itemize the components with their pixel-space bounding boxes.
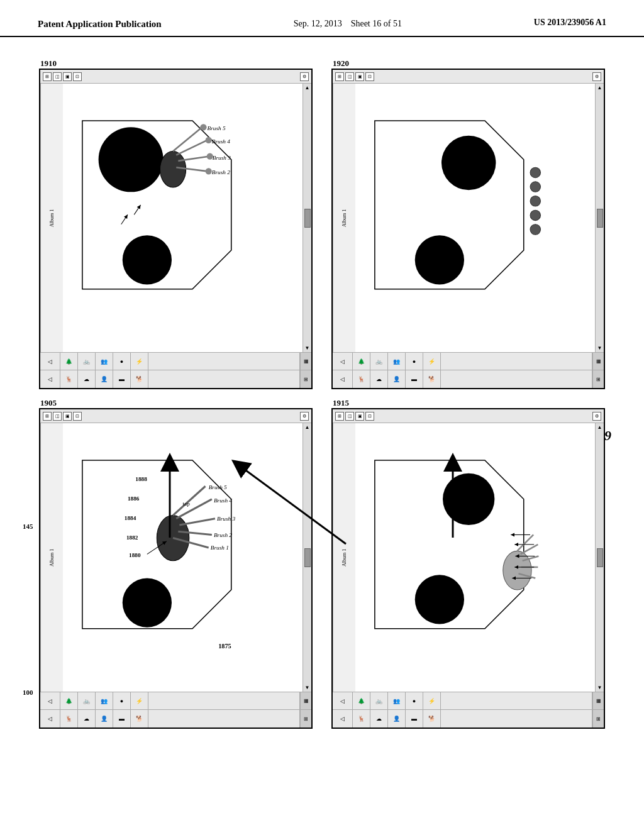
bc-1910-5[interactable]: ⚡ (131, 353, 148, 370)
bc-1920-expand (441, 353, 592, 370)
panel-1910-bottom: ◁ 🌲 🚲 👥 ● ⚡ ▦ ◁ 🦌 ☁ 👤 ▬ 🐕 (40, 352, 311, 388)
bc-2-5[interactable]: 🐕 (131, 710, 148, 728)
scroll-1915-thumb[interactable] (597, 548, 603, 567)
toolbar-1910-3[interactable]: ▣ (63, 72, 72, 81)
toolbar-1915-1[interactable]: ⊞ (335, 412, 344, 421)
bc-5[interactable]: ⚡ (131, 692, 148, 710)
scroll-1915-down[interactable]: ▼ (597, 685, 602, 690)
bc-4[interactable]: ● (113, 692, 131, 710)
toolbar-settings[interactable]: ⚙ (300, 412, 309, 421)
scroll-1920-up[interactable]: ▲ (597, 85, 602, 91)
panel-1905-scrollbar[interactable]: ▲ ▼ (303, 423, 311, 692)
panel-1920-scrollbar[interactable]: ▲ ▼ (595, 84, 604, 352)
publication-title: Patent Application Publication (38, 18, 162, 31)
bc-2-4[interactable]: ▬ (113, 710, 131, 728)
toolbar-icon-1[interactable]: ⊞ (43, 412, 52, 421)
panel-1915-scrollbar[interactable]: ▲ ▼ (595, 423, 604, 692)
bc-1910-2-5[interactable]: 🐕 (131, 370, 148, 388)
toolbar-1920-settings[interactable]: ⚙ (592, 72, 601, 81)
toolbar-1910-settings[interactable]: ⚙ (300, 72, 309, 81)
toolbar-icon-2[interactable]: ◫ (53, 412, 62, 421)
toolbar-1910-4[interactable]: ⊡ (73, 72, 82, 81)
bc-1910-3[interactable]: 👥 (96, 353, 113, 370)
toolbar-1920-4[interactable]: ⊡ (365, 72, 374, 81)
scroll-1915-up[interactable]: ▲ (597, 424, 602, 430)
toolbar-1920-1[interactable]: ⊞ (335, 72, 344, 81)
toolbar-1910-1[interactable]: ⊞ (43, 72, 52, 81)
toolbar-1915-3[interactable]: ▣ (355, 412, 364, 421)
scroll-1910-up[interactable]: ▲ (305, 85, 310, 91)
bc-1910-2[interactable]: 🚲 (78, 353, 96, 370)
bc-1915-nav[interactable]: ◁ (333, 692, 353, 710)
toolbar-1910-2[interactable]: ◫ (53, 72, 62, 81)
bc-3[interactable]: 👥 (96, 692, 113, 710)
bc-2-1[interactable]: 🦌 (60, 710, 78, 728)
toolbar-icon-3[interactable]: ▣ (63, 412, 72, 421)
bottom-1910-scroll-2[interactable]: ⊞ (300, 370, 311, 388)
bc-1915-2[interactable]: 🚲 (370, 692, 388, 710)
bottom-1910-scroll-1[interactable]: ▦ (300, 353, 311, 370)
bc-1920-2[interactable]: 🚲 (370, 353, 388, 370)
bc-1915-4[interactable]: ● (406, 692, 423, 710)
panel-1915: 1915 ⊞ ◫ ▣ ⊡ ⚙ Album 1 (331, 408, 605, 729)
bc-1915-1[interactable]: 🌲 (353, 692, 370, 710)
bc-1910-1[interactable]: 🌲 (60, 353, 78, 370)
bc-1920-2-5[interactable]: 🐕 (423, 370, 441, 388)
scroll-thumb[interactable] (304, 548, 311, 567)
bc-1910-2-3[interactable]: 👤 (96, 370, 113, 388)
scroll-1910-thumb[interactable] (304, 209, 311, 228)
toolbar-1915-settings[interactable]: ⚙ (592, 412, 601, 421)
svg-point-54 (441, 136, 496, 190)
bc-1915-2-4[interactable]: ▬ (406, 710, 423, 728)
toolbar-1920-2[interactable]: ◫ (345, 72, 354, 81)
bc-1910-2-2[interactable]: ☁ (78, 370, 96, 388)
scroll-1920-down[interactable]: ▼ (597, 345, 602, 351)
scroll-up[interactable]: ▲ (305, 424, 310, 430)
bc-2-3[interactable]: 👤 (96, 710, 113, 728)
bc-1920-2-4[interactable]: ▬ (406, 370, 423, 388)
bc-1920-4[interactable]: ● (406, 353, 423, 370)
bc-1920-1[interactable]: 🌲 (353, 353, 370, 370)
toolbar-1915-2[interactable]: ◫ (345, 412, 354, 421)
bc-1920-2-1[interactable]: 🦌 (353, 370, 370, 388)
bc-2-2[interactable]: ☁ (78, 710, 96, 728)
svg-point-46 (206, 168, 212, 174)
bc-1920-2-3[interactable]: 👤 (388, 370, 406, 388)
bc-2-expand (148, 710, 300, 728)
bottom-1915-scroll-1[interactable]: ▦ (592, 692, 604, 709)
svg-line-40 (176, 140, 207, 155)
toolbar-icon-4[interactable]: ⊡ (73, 412, 82, 421)
bc-1920-nav[interactable]: ◁ (333, 353, 353, 370)
bc-1920-2-2[interactable]: ☁ (370, 370, 388, 388)
bc-2-nav[interactable]: ◁ (40, 710, 60, 728)
bottom-1920-scroll-2[interactable]: ⊞ (592, 370, 604, 388)
bc-1910-4[interactable]: ● (113, 353, 131, 370)
scroll-1920-thumb[interactable] (597, 209, 603, 228)
bc-1[interactable]: 🌲 (60, 692, 78, 710)
bc-1910-2-4[interactable]: ▬ (113, 370, 131, 388)
bc-1920-5[interactable]: ⚡ (423, 353, 441, 370)
bc-1915-3[interactable]: 👥 (388, 692, 406, 710)
bottom-1915-scroll-2[interactable]: ⊞ (592, 710, 604, 728)
panel-1910-scrollbar[interactable]: ▲ ▼ (303, 84, 311, 352)
bc-1915-2-nav[interactable]: ◁ (333, 710, 353, 728)
toolbar-1915-4[interactable]: ⊡ (365, 412, 374, 421)
bc-1915-2-3[interactable]: 👤 (388, 710, 406, 728)
bc-1915-5[interactable]: ⚡ (423, 692, 441, 710)
bc-1910-nav[interactable]: ◁ (40, 353, 60, 370)
bc-1910-2-1[interactable]: 🦌 (60, 370, 78, 388)
bottom-scroll-2[interactable]: ⊞ (300, 710, 311, 728)
bc-1920-2-nav[interactable]: ◁ (333, 370, 353, 388)
bc-1910-2-nav[interactable]: ◁ (40, 370, 60, 388)
bc-1915-2-1[interactable]: 🦌 (353, 710, 370, 728)
scroll-1910-down[interactable]: ▼ (305, 345, 310, 351)
scroll-down[interactable]: ▼ (305, 685, 310, 690)
bc-1915-2-2[interactable]: ☁ (370, 710, 388, 728)
bottom-scroll-1[interactable]: ▦ (300, 692, 311, 709)
bc-nav-left[interactable]: ◁ (40, 692, 60, 710)
bottom-1920-scroll-1[interactable]: ▦ (592, 353, 604, 370)
bc-1915-2-5[interactable]: 🐕 (423, 710, 441, 728)
bc-2[interactable]: 🚲 (78, 692, 96, 710)
toolbar-1920-3[interactable]: ▣ (355, 72, 364, 81)
bc-1920-3[interactable]: 👥 (388, 353, 406, 370)
